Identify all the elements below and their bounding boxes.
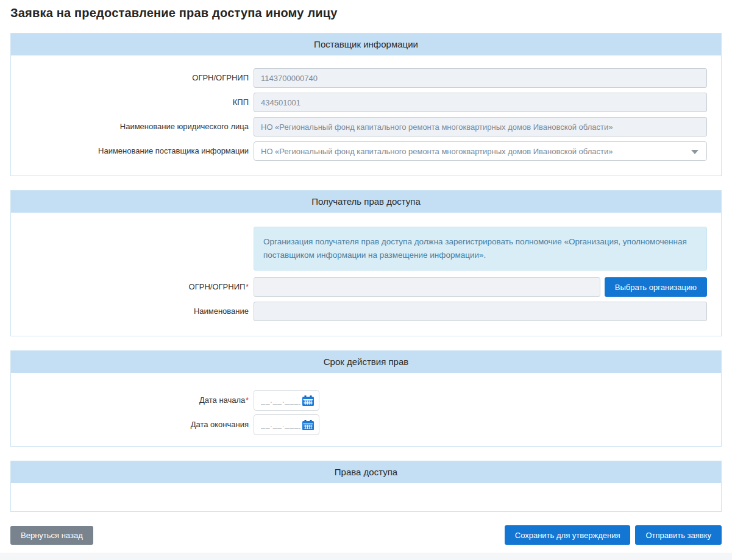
provider-legal-name-label: Наименование юридического лица bbox=[11, 122, 254, 132]
recipient-name-label: Наименование bbox=[11, 307, 254, 316]
save-for-approval-button[interactable]: Сохранить для утверждения bbox=[505, 525, 631, 545]
calendar-icon[interactable] bbox=[302, 395, 314, 406]
section-recipient: Получатель прав доступа Организация полу… bbox=[10, 190, 722, 336]
submit-request-button[interactable]: Отправить заявку bbox=[635, 525, 722, 545]
end-date-row: Дата окончания bbox=[11, 414, 721, 435]
section-provider-header: Поставщик информации bbox=[11, 34, 721, 55]
start-date-label: Дата начала* bbox=[11, 395, 254, 405]
section-provider: Поставщик информации ОГРН/ОГРНИП КПП Наи… bbox=[10, 33, 722, 176]
provider-name-select[interactable]: НО «Региональный фонд капитального ремон… bbox=[254, 141, 707, 161]
provider-ogrn-input[interactable] bbox=[254, 68, 707, 88]
provider-name-row: Наименование поставщика информации НО «Р… bbox=[11, 141, 721, 161]
select-organization-button[interactable]: Выбрать организацию bbox=[605, 277, 707, 297]
recipient-name-input[interactable] bbox=[254, 302, 707, 321]
recipient-ogrn-input[interactable] bbox=[254, 277, 600, 297]
recipient-ogrn-label: ОГРН/ОГРНИП* bbox=[11, 282, 254, 292]
start-date-field bbox=[254, 390, 319, 411]
caret-down-icon bbox=[691, 150, 698, 154]
calendar-icon[interactable] bbox=[302, 419, 314, 430]
recipient-info-box: Организация получателя прав доступа долж… bbox=[254, 227, 707, 271]
footer-actions: Вернуться назад Сохранить для утверждени… bbox=[10, 525, 722, 545]
provider-legal-name-input[interactable] bbox=[254, 117, 707, 136]
provider-kpp-input[interactable] bbox=[254, 93, 707, 112]
page-bottom-strip bbox=[0, 553, 732, 560]
section-rights-body bbox=[11, 483, 721, 511]
provider-ogrn-label: ОГРН/ОГРНИП bbox=[11, 73, 254, 83]
section-validity-header: Срок действия прав bbox=[11, 351, 721, 373]
required-asterisk: * bbox=[246, 396, 249, 405]
provider-kpp-row: КПП bbox=[11, 93, 721, 112]
start-date-row: Дата начала* bbox=[11, 390, 721, 411]
provider-ogrn-row: ОГРН/ОГРНИП bbox=[11, 68, 721, 88]
end-date-input[interactable] bbox=[260, 420, 302, 430]
required-asterisk: * bbox=[246, 283, 249, 291]
recipient-name-row: Наименование bbox=[11, 302, 721, 321]
end-date-field bbox=[254, 414, 319, 435]
start-date-input[interactable] bbox=[260, 395, 302, 405]
provider-name-label: Наименование поставщика информации bbox=[11, 146, 254, 156]
section-validity: Срок действия прав Дата начала* bbox=[10, 350, 722, 447]
provider-name-select-value: НО «Региональный фонд капитального ремон… bbox=[261, 147, 613, 156]
provider-kpp-label: КПП bbox=[11, 97, 254, 107]
section-recipient-header: Получатель прав доступа bbox=[11, 191, 721, 213]
end-date-label: Дата окончания bbox=[11, 420, 254, 430]
recipient-ogrn-row: ОГРН/ОГРНИП* Выбрать организацию bbox=[11, 277, 721, 297]
page-title: Заявка на предоставление прав доступа ин… bbox=[10, 6, 722, 20]
back-button[interactable]: Вернуться назад bbox=[10, 526, 93, 545]
section-rights-header: Права доступа bbox=[11, 461, 721, 483]
provider-legal-name-row: Наименование юридического лица bbox=[11, 117, 721, 136]
section-rights: Права доступа bbox=[10, 461, 722, 512]
